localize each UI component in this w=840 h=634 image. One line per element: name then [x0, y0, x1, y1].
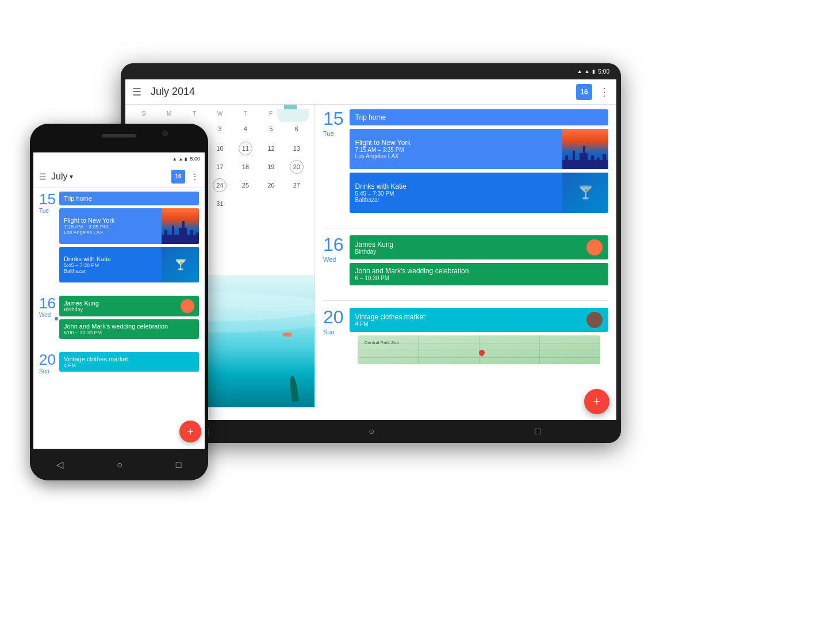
- phone-app-bar: ☰ July ▾ 16 ⋮: [33, 165, 205, 188]
- cal-day-20[interactable]: 20: [285, 158, 309, 175]
- day-section-15: 15 Tue Trip home: [315, 105, 616, 226]
- tablet-time: 5:00: [599, 68, 609, 75]
- phone-nav-bar: ◁ ○ □: [30, 449, 208, 480]
- phone-time: 5:00: [190, 156, 200, 162]
- map-thumbnail[interactable]: Central Park Zoo: [358, 335, 600, 364]
- phone-schedule[interactable]: 15 Tue Trip home: [33, 188, 205, 449]
- phone-back-button[interactable]: ◁: [56, 459, 63, 470]
- phone-james-avatar: [181, 299, 194, 313]
- cal-dow-s1: S: [131, 109, 156, 118]
- tablet-app-bar: ☰ July 2014 16 ⋮: [125, 79, 616, 105]
- tablet-signal-icon: ▲: [585, 68, 590, 74]
- cal-dow-w: W: [207, 109, 232, 118]
- cal-dow-m: M: [156, 109, 182, 118]
- phone-title-area: July ▾: [51, 171, 171, 182]
- tablet-day-badge[interactable]: 16: [576, 84, 592, 100]
- cal-day-18[interactable]: 18: [233, 158, 258, 175]
- cal-day-27[interactable]: 27: [285, 177, 309, 194]
- cal-day-26[interactable]: 26: [259, 177, 283, 194]
- phone-actions: 16 ⋮: [171, 170, 199, 184]
- divider-15-16: [323, 228, 608, 228]
- day-header-15: 15 Tue Trip home: [323, 109, 608, 216]
- cal-dow-t2: T: [233, 109, 258, 118]
- day-header-16: 16 Wed James Kung Birthday: [323, 235, 608, 289]
- day-header-20: 20 Sun Vintage clothes market 4 PM: [323, 308, 608, 368]
- tablet-schedule[interactable]: 15 Tue Trip home: [315, 105, 616, 407]
- cal-day-10[interactable]: 10: [208, 140, 232, 157]
- divider-16-20: [323, 300, 608, 301]
- phone-day-section-16: 16 Wed James Kung Birthday: [33, 292, 205, 349]
- cal-day-31[interactable]: 31: [208, 195, 232, 212]
- tablet-status-icons: ▲ ▲ ▮: [577, 68, 595, 74]
- cal-day-5[interactable]: 5: [259, 120, 283, 139]
- nyc-image: [562, 129, 608, 169]
- phone-day-header-20: 20 Sun Vintage clothes market 4 PM: [39, 352, 199, 375]
- event-vintage-market[interactable]: Vintage clothes market 4 PM: [350, 308, 608, 332]
- phone-day-section-15: 15 Tue Trip home: [33, 188, 205, 292]
- cal-day-19[interactable]: 19: [259, 158, 283, 175]
- day-number-15: 15 Tue: [323, 109, 344, 137]
- tablet-recent-button[interactable]: □: [535, 426, 541, 437]
- phone-home-button[interactable]: ○: [117, 460, 122, 470]
- phone-wifi-icon: ▲: [179, 156, 183, 162]
- day-16-dot: [55, 317, 58, 320]
- cal-day-3[interactable]: 3: [208, 120, 232, 139]
- vintage-avatar: [586, 312, 603, 328]
- phone-signal-icon: ▲: [172, 156, 177, 162]
- tablet-more-icon[interactable]: ⋮: [599, 86, 609, 98]
- boat-illustration: [277, 109, 309, 122]
- phone-nyc-image: [162, 208, 199, 244]
- phone-event-trip-home[interactable]: Trip home: [59, 192, 199, 205]
- event-flight-nyc[interactable]: Flight to New York 7:15 AM – 3:35 PM Los…: [350, 129, 608, 169]
- event-james-kung[interactable]: James Kung Birthday: [350, 235, 608, 259]
- phone-status-bar: ▲ ▲ ▮ 5:00: [33, 152, 205, 165]
- phone-event-wedding[interactable]: John and Mark's wedding celebration 6:00…: [59, 319, 199, 339]
- tablet-fab-button[interactable]: +: [584, 389, 609, 414]
- scene: ▲ ▲ ▮ 5:00 ☰ July 2014 16 ⋮: [0, 0, 840, 634]
- tablet-menu-icon[interactable]: ☰: [132, 86, 141, 98]
- day-section-20: 20 Sun Vintage clothes market 4 PM: [315, 303, 616, 377]
- phone-event-flight[interactable]: Flight to New York 7:15 AM – 3:35 PM Los…: [59, 208, 199, 244]
- tablet-title: July 2014: [151, 86, 576, 98]
- phone-dropdown-arrow[interactable]: ▾: [70, 173, 73, 181]
- phone-day-header-15: 15 Tue Trip home: [39, 192, 199, 285]
- phone-day-badge[interactable]: 16: [171, 170, 185, 184]
- cocktail-image: 🍸: [562, 173, 608, 213]
- phone-camera: [162, 131, 168, 136]
- phone-day-header-16: 16 Wed James Kung Birthday: [39, 296, 199, 342]
- event-trip-home[interactable]: Trip home: [350, 109, 608, 125]
- cal-day-13[interactable]: 13: [285, 140, 309, 157]
- cal-day-6[interactable]: 6: [285, 120, 309, 139]
- cal-day-12[interactable]: 12: [259, 140, 283, 157]
- cal-day-11[interactable]: 11: [233, 140, 258, 157]
- phone-device: ▲ ▲ ▮ 5:00 ☰ July ▾ 16 ⋮: [30, 124, 208, 480]
- cal-day-4[interactable]: 4: [233, 120, 258, 139]
- tablet-home-button[interactable]: ○: [369, 426, 374, 437]
- phone-cocktail-image: 🍸: [162, 247, 199, 282]
- tablet-wifi-icon: ▲: [577, 68, 582, 74]
- phone-status-right: ▲ ▲ ▮ 5:00: [172, 156, 200, 162]
- cal-day-24[interactable]: 24: [208, 177, 232, 194]
- phone-event-vintage[interactable]: Vintage clothes market 4 PM: [59, 352, 199, 372]
- phone-day-section-20: 20 Sun Vintage clothes market 4 PM: [33, 349, 205, 381]
- phone-recent-button[interactable]: □: [176, 460, 182, 470]
- phone-screen: ▲ ▲ ▮ 5:00 ☰ July ▾ 16 ⋮: [33, 152, 205, 449]
- phone-speaker: [102, 134, 136, 138]
- event-wedding[interactable]: John and Mark's wedding celebration 6 – …: [350, 263, 608, 285]
- event-drinks-katie[interactable]: Drinks with Katie 5:45 – 7:30 PM Balthaz…: [350, 173, 608, 213]
- phone-event-james-kung[interactable]: James Kung Birthday: [59, 296, 199, 316]
- phone-battery-icon: ▮: [185, 156, 187, 162]
- cal-dow-t1: T: [182, 109, 207, 118]
- tablet-battery-icon: ▮: [592, 68, 595, 74]
- cal-day-17[interactable]: 17: [208, 158, 232, 175]
- cal-day-25[interactable]: 25: [233, 177, 258, 194]
- phone-event-drinks[interactable]: Drinks with Katie 5:45 – 7:30 PM Balthaz…: [59, 247, 199, 282]
- phone-fab-button[interactable]: +: [179, 421, 201, 442]
- phone-title: July: [51, 171, 67, 182]
- phone-menu-icon[interactable]: ☰: [39, 172, 47, 181]
- phone-more-icon[interactable]: ⋮: [191, 172, 199, 181]
- day-section-16: 16 Wed James Kung Birthday: [315, 231, 616, 298]
- james-kung-avatar: [586, 239, 603, 255]
- tablet-actions: 16 ⋮: [576, 84, 609, 100]
